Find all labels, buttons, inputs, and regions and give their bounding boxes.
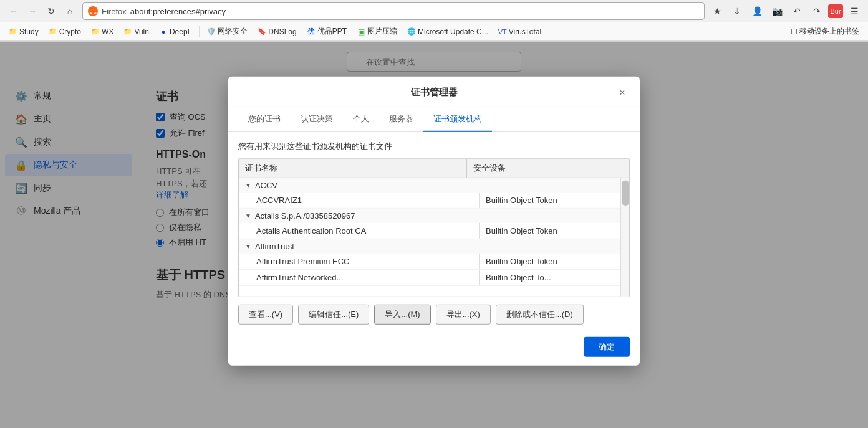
scroll-placeholder — [617, 158, 629, 177]
delete-cert-button[interactable]: 删除或不信任...(D) — [496, 304, 584, 324]
cert-table-body[interactable]: ▼ ACCV ACCVRAIZ1 Builtin Object Token ▼ … — [239, 178, 629, 296]
profile-button[interactable]: 👤 — [748, 2, 766, 20]
dnslog-icon: 🔖 — [258, 27, 266, 36]
cert-manager-dialog: 证书管理器 × 您的证书 认证决策 个人 服务器 证书颁发机构 您有用来识别这些… — [228, 76, 640, 365]
reload-button[interactable]: ↻ — [42, 2, 60, 20]
back-button[interactable]: ← — [5, 2, 22, 20]
mobile-bookmarks[interactable]: ☐ 移动设备上的书签 — [787, 25, 863, 38]
download-button[interactable]: ⇓ — [728, 2, 746, 20]
cert-item-affirm-network[interactable]: AffirmTrust Networked... Builtin Object … — [239, 269, 629, 285]
home-button[interactable]: ⌂ — [61, 2, 79, 20]
bookmark-dnslog[interactable]: 🔖 DNSLog — [254, 26, 300, 37]
view-cert-button[interactable]: 查看...(V) — [238, 304, 293, 324]
edit-trust-button[interactable]: 编辑信任...(E) — [298, 304, 369, 324]
dialog-title: 证书管理器 — [253, 87, 615, 98]
screenshot-button[interactable]: 📷 — [768, 2, 786, 20]
tab-authorities[interactable]: 证书颁发机构 — [423, 107, 492, 131]
cert-group-actalis[interactable]: ▼ Actalis S.p.A./03358520967 — [239, 208, 629, 222]
bookmark-study[interactable]: 📁 Study — [5, 26, 42, 37]
tab-auth-decisions[interactable]: 认证决策 — [291, 107, 343, 131]
forward-button[interactable]: → — [24, 2, 41, 20]
redo-button[interactable]: ↷ — [808, 2, 826, 20]
import-cert-button[interactable]: 导入...(M) — [374, 304, 430, 324]
browser-chrome: ← → ↻ ⌂ 🦊 Firefox about:preferences#priv… — [0, 0, 868, 42]
tab-servers[interactable]: 服务器 — [379, 107, 423, 131]
cert-item-accvraiz1-device: Builtin Object Token — [480, 192, 629, 207]
undo-button[interactable]: ↶ — [788, 2, 806, 20]
col-security-device: 安全设备 — [467, 158, 617, 177]
bookmark-crypto-label: Crypto — [59, 27, 81, 36]
deepl-icon: ● — [159, 27, 168, 36]
mobile-bookmark-label: 移动设备上的书签 — [799, 26, 859, 37]
table-scrollbar-thumb[interactable] — [622, 180, 629, 205]
tab-personal[interactable]: 个人 — [343, 107, 379, 131]
dialog-description: 您有用来识别这些证书颁发机构的证书文件 — [238, 140, 630, 151]
star-button[interactable]: ★ — [708, 2, 726, 20]
bookmark-vuln-label: Vuln — [134, 27, 149, 36]
folder-icon-3: 📁 — [91, 27, 100, 36]
dialog-confirm-row: 确定 — [228, 331, 640, 365]
bookmark-ppt[interactable]: 优 优品PPT — [303, 25, 350, 38]
ppt-icon: 优 — [307, 27, 316, 36]
cert-item-affirm-ecc-name: AffirmTrust Premium ECC — [239, 253, 480, 269]
cert-item-accvraiz1[interactable]: ACCVRAIZ1 Builtin Object Token — [239, 192, 629, 208]
cert-group-actalis-label: Actalis S.p.A./03358520967 — [255, 211, 355, 220]
expand-icon-affirmtrust: ▼ — [245, 242, 251, 249]
confirm-button[interactable]: 确定 — [584, 336, 630, 356]
dialog-tabs: 您的证书 认证决策 个人 服务器 证书颁发机构 — [228, 107, 640, 131]
bookmark-imgcompress-label: 图片压缩 — [367, 26, 397, 37]
extensions-button[interactable]: Bur — [828, 4, 843, 18]
tab-your-certs[interactable]: 您的证书 — [238, 107, 291, 131]
bookmark-microsoft[interactable]: 🌐 Microsoft Update C... — [403, 26, 492, 37]
bookmark-separator — [199, 26, 200, 37]
imgcompress-icon: ▣ — [357, 27, 365, 36]
bookmark-virustotal[interactable]: VT VirusTotal — [494, 26, 545, 37]
dialog-footer-buttons: 查看...(V) 编辑信任...(E) 导入...(M) 导出...(X) 删除… — [228, 297, 640, 331]
bookmark-virustotal-label: VirusTotal — [509, 27, 541, 36]
bookmark-imgcompress[interactable]: ▣ 图片压缩 — [353, 25, 401, 38]
bookmark-microsoft-label: Microsoft Update C... — [418, 27, 488, 36]
dialog-body: 您有用来识别这些证书颁发机构的证书文件 证书名称 安全设备 ▼ ACCV — [228, 131, 640, 297]
table-scrollbar-track[interactable] — [620, 178, 629, 296]
microsoft-icon: 🌐 — [407, 27, 416, 36]
cert-table-header: 证书名称 安全设备 — [239, 158, 629, 178]
virustotal-icon: VT — [498, 27, 507, 36]
expand-icon-actalis: ▼ — [245, 212, 251, 219]
address-text: about:preferences#privacy — [130, 7, 226, 16]
col-cert-name: 证书名称 — [239, 158, 467, 177]
bookmark-wx[interactable]: 📁 WX — [87, 26, 117, 37]
folder-icon-2: 📁 — [49, 27, 57, 36]
bookmark-dnslog-label: DNSLog — [268, 27, 296, 36]
cert-item-affirm-network-device: Builtin Object To... — [480, 269, 629, 285]
cert-item-accvraiz1-name: ACCVRAIZ1 — [239, 192, 480, 207]
cert-table: 证书名称 安全设备 ▼ ACCV ACCVRAIZ1 Builtin Objec… — [238, 158, 630, 297]
cert-group-accv-label: ACCV — [255, 180, 277, 189]
bookmark-wx-label: WX — [102, 27, 113, 36]
bookmark-vuln[interactable]: 📁 Vuln — [120, 26, 153, 37]
cert-group-affirmtrust-label: AffirmTrust — [255, 241, 294, 250]
export-cert-button[interactable]: 导出...(X) — [436, 304, 491, 324]
cert-group-affirmtrust[interactable]: ▼ AffirmTrust — [239, 239, 629, 253]
address-bar[interactable]: 🦊 Firefox about:preferences#privacy — [82, 2, 705, 20]
bookmark-deepl-label: DeepL — [170, 27, 191, 36]
bookmark-ppt-label: 优品PPT — [317, 26, 347, 37]
cert-item-actalis-root[interactable]: Actalis Authentication Root CA Builtin O… — [239, 222, 629, 239]
bookmark-deepl[interactable]: ● DeepL — [155, 26, 195, 37]
bookmark-crypto[interactable]: 📁 Crypto — [45, 26, 85, 37]
cert-item-affirm-ecc-device: Builtin Object Token — [480, 253, 629, 269]
folder-icon: 📁 — [9, 27, 17, 36]
menu-button[interactable]: ☰ — [846, 2, 863, 20]
dialog-close-button[interactable]: × — [615, 85, 630, 100]
bookmark-network-security[interactable]: 🛡️ 网络安全 — [203, 25, 251, 38]
shield-icon: 🛡️ — [207, 27, 216, 36]
bookmark-study-label: Study — [19, 27, 39, 36]
cert-item-actalis-root-device: Builtin Object Token — [480, 222, 629, 238]
dialog-header: 证书管理器 × — [228, 76, 640, 107]
main-area: 🔍 ⚙️ 常规 🏠 主页 🔍 搜索 — [0, 42, 868, 428]
bookmark-network-security-label: 网络安全 — [218, 26, 248, 37]
expand-icon-accv: ▼ — [245, 181, 251, 188]
cert-group-accv[interactable]: ▼ ACCV — [239, 178, 629, 192]
cert-item-actalis-root-name: Actalis Authentication Root CA — [239, 222, 480, 238]
cert-item-affirm-network-name: AffirmTrust Networked... — [239, 269, 480, 285]
cert-item-affirm-ecc[interactable]: AffirmTrust Premium ECC Builtin Object T… — [239, 253, 629, 269]
